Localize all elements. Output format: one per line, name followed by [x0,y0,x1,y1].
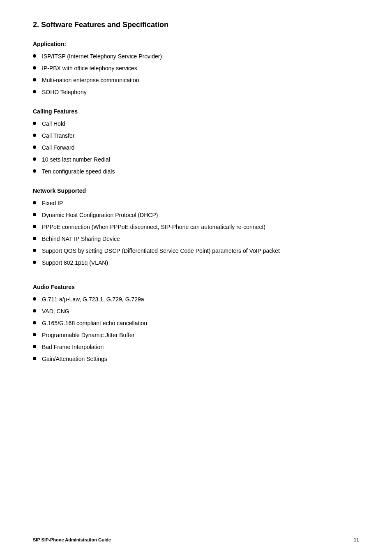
list-item: Fixed IP [33,199,359,208]
item-text: 10 sets last number Redial [42,155,359,164]
network-supported-title: Network Supported [33,187,359,194]
item-text: Dynamic Host Configuration Protocol (DHC… [42,211,359,220]
item-text: Bad Frame Interpolation [42,343,359,352]
network-supported-section: Network Supported Fixed IP Dynamic Host … [33,187,359,267]
item-text: Multi-nation enterprise communication [42,76,359,85]
bullet-icon [33,146,36,149]
list-item: Bad Frame Interpolation [33,343,359,352]
list-item: G.711 a/µ-Law, G.723.1, G.729, G.729a [33,295,359,304]
list-item: Call Forward [33,143,359,152]
item-text: PPPoE connection (When PPPoE disconnect,… [42,223,359,231]
item-text: Call Hold [42,120,359,128]
list-item: Dynamic Host Configuration Protocol (DHC… [33,211,359,220]
item-text: Support QOS by setting DSCP (Differentia… [42,247,359,255]
list-item: Ten configurable speed dials [33,167,359,176]
list-item: Support 802.1p1q (VLAN) [33,259,359,267]
item-text: VAD, CNG [42,307,359,316]
item-text: Ten configurable speed dials [42,167,359,176]
bullet-icon [33,169,36,173]
page-container: 2. Software Features and Specification A… [0,0,392,400]
list-item: Programmable Dynamic Jitter Buffer [33,331,359,340]
audio-features-section: Audio Features G.711 a/µ-Law, G.723.1, G… [33,284,359,363]
bullet-icon [33,225,36,228]
list-item: 10 sets last number Redial [33,155,359,164]
item-text: ISP/ITSP (Internet Telephony Service Pro… [42,52,359,61]
bullet-icon [33,66,36,69]
list-item: PPPoE connection (When PPPoE disconnect,… [33,223,359,231]
bullet-icon [33,237,36,240]
list-item: G.165/G.168 compliant echo cancellation [33,319,359,328]
footer: SIP SIP-Phone Administration Guide 11 [0,537,392,543]
calling-features-list: Call Hold Call Transfer Call Forward 10 … [33,120,359,176]
bullet-icon [33,90,36,93]
list-item: Gain/Attenuation Settings [33,355,359,363]
item-text: SOHO Telephony [42,88,359,97]
item-text: Call Transfer [42,132,359,140]
item-text: IP-PBX with office telephony services [42,64,359,73]
list-item: Call Transfer [33,132,359,140]
list-item: SOHO Telephony [33,88,359,97]
list-item: Support QOS by setting DSCP (Differentia… [33,247,359,255]
list-item: Multi-nation enterprise communication [33,76,359,85]
item-text: Gain/Attenuation Settings [42,355,359,363]
bullet-icon [33,122,36,125]
section-title: 2. Software Features and Specification [33,21,359,29]
list-item: IP-PBX with office telephony services [33,64,359,73]
item-text: Behind NAT IP Sharing Device [42,235,359,243]
page-number: 11 [354,537,359,543]
application-title: Application: [33,41,359,47]
bullet-icon [33,134,36,137]
bullet-icon [33,78,36,81]
bullet-icon [33,213,36,216]
list-item: VAD, CNG [33,307,359,316]
list-item: Behind NAT IP Sharing Device [33,235,359,243]
item-text: Programmable Dynamic Jitter Buffer [42,331,359,340]
bullet-icon [33,201,36,204]
bullet-icon [33,261,36,264]
list-item: ISP/ITSP (Internet Telephony Service Pro… [33,52,359,61]
application-section: Application: ISP/ITSP (Internet Telephon… [33,41,359,97]
bullet-icon [33,333,36,336]
bullet-icon [33,309,36,312]
item-text: G.165/G.168 compliant echo cancellation [42,319,359,328]
network-supported-list: Fixed IP Dynamic Host Configuration Prot… [33,199,359,267]
calling-features-section: Calling Features Call Hold Call Transfer… [33,108,359,176]
application-list: ISP/ITSP (Internet Telephony Service Pro… [33,52,359,97]
footer-left: SIP SIP-Phone Administration Guide [33,537,111,542]
bullet-icon [33,345,36,348]
audio-features-list: G.711 a/µ-Law, G.723.1, G.729, G.729a VA… [33,295,359,363]
bullet-icon [33,157,36,161]
list-item: Call Hold [33,120,359,128]
bullet-icon [33,249,36,252]
item-text: Fixed IP [42,199,359,208]
bullet-icon [33,54,36,58]
item-text: G.711 a/µ-Law, G.723.1, G.729, G.729a [42,295,359,304]
audio-features-title: Audio Features [33,284,359,290]
item-text: Support 802.1p1q (VLAN) [42,259,359,267]
calling-features-title: Calling Features [33,108,359,115]
bullet-icon [33,357,36,360]
bullet-icon [33,321,36,324]
bullet-icon [33,297,36,301]
item-text: Call Forward [42,143,359,152]
